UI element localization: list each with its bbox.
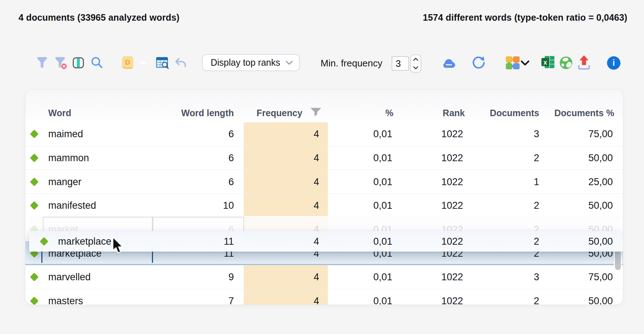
cell-word: marvelled (48, 272, 91, 283)
min-frequency-label: Min. frequency (321, 58, 383, 69)
filter-button[interactable] (36, 57, 48, 69)
cell-documents: 2 (534, 200, 539, 211)
web-export-icon (559, 56, 573, 70)
column-header-documents[interactable]: Documents (490, 108, 539, 118)
cell-documents: 3 (534, 272, 539, 283)
column-header-frequency[interactable]: Frequency (257, 108, 302, 118)
cell-percent: 0,01 (373, 296, 392, 305)
min-frequency-input[interactable] (392, 56, 409, 71)
table-row[interactable]: mammon 6 4 0,01 1022 2 50,00 (25, 146, 623, 170)
table-search-button[interactable] (156, 56, 169, 69)
table-row[interactable]: maimed 6 4 0,01 1022 3 75,00 (25, 122, 623, 146)
cell-word: masters (48, 296, 83, 305)
table-row[interactable]: manifested 10 4 0,01 1022 2 50,00 (25, 194, 623, 218)
column-header-word[interactable]: Word (48, 108, 71, 118)
cell-rank: 1022 (441, 272, 463, 283)
cell-word-length: 6 (228, 129, 234, 140)
cell-documents: 2 (534, 152, 539, 164)
cell-frequency: 4 (314, 272, 319, 283)
display-mode-dropdown[interactable]: Display top ranks (202, 54, 300, 71)
drag-gap-overlay (28, 216, 620, 233)
sort-descending-funnel-icon[interactable] (310, 107, 322, 117)
documents-summary: 4 documents (33965 analyzed words) (18, 12, 179, 23)
words-summary: 1574 different words (type-token ratio =… (423, 12, 627, 23)
clear-filter-button[interactable] (54, 57, 67, 70)
cell-documents-percent: 50,00 (588, 236, 613, 247)
chevron-up-icon (413, 58, 418, 61)
cell-percent: 0,01 (373, 176, 392, 187)
columns-button[interactable] (73, 57, 84, 69)
cell-documents-percent: 75,00 (588, 129, 613, 140)
cell-frequency: 4 (314, 152, 319, 164)
svg-text:D: D (125, 58, 130, 66)
columns-icon (73, 57, 84, 69)
word-marker-icon (30, 273, 38, 281)
column-header-documents-percent[interactable]: Documents % (554, 108, 614, 118)
cell-word: mammon (48, 152, 89, 164)
word-table-panel: Word Word length Frequency % Rank Docume… (25, 90, 623, 305)
word-marker-icon (30, 154, 38, 162)
table-row[interactable]: manger 6 4 0,01 1022 1 25,00 (25, 170, 623, 194)
cell-documents-percent: 25,00 (588, 176, 613, 187)
cell-documents-percent: 50,00 (588, 200, 613, 211)
stepper-down-button[interactable] (411, 64, 421, 72)
extensions-chevron-button[interactable] (521, 60, 529, 66)
column-header-percent[interactable]: % (385, 108, 393, 118)
cell-percent: 0,01 (373, 152, 392, 164)
cell-word-length: 7 (228, 296, 234, 305)
cell-word: maimed (48, 129, 83, 140)
cell-rank: 1022 (441, 176, 463, 187)
dictionary-button[interactable]: D (121, 56, 134, 69)
search-button[interactable] (91, 56, 103, 69)
table-row[interactable]: masters 7 4 0,01 1022 50,00 2 (25, 289, 623, 305)
chevron-down-icon (286, 61, 293, 65)
column-header-word-length[interactable]: Word length (181, 108, 234, 118)
cell-frequency: 4 (314, 236, 319, 247)
cell-frequency: 4 (314, 176, 319, 187)
undo-icon (175, 57, 187, 68)
cell-word-length: 6 (228, 176, 234, 187)
cell-rank: 1022 (441, 152, 463, 164)
cell-rank: 1022 (441, 129, 463, 140)
stepper-up-button[interactable] (411, 55, 421, 64)
word-marker-icon (30, 201, 38, 210)
extensions-icon (505, 56, 520, 69)
cell-frequency: 4 (314, 129, 319, 140)
excel-export-icon: x (541, 56, 555, 69)
cell-documents-percent: 75,00 (588, 272, 613, 283)
table-row[interactable]: marvelled 9 4 0,01 1022 3 75,00 (25, 265, 623, 289)
cell-rank: 1022 (441, 200, 463, 211)
display-mode-value: Display top ranks (211, 57, 280, 68)
table-body: maimed 6 4 0,01 1022 3 75,00 mammon 6 4 … (25, 122, 623, 305)
cell-word: manifested (48, 200, 96, 211)
cell-frequency: 4 (314, 200, 319, 211)
upload-button[interactable] (577, 55, 591, 70)
web-export-button[interactable] (559, 56, 573, 70)
dictionary-icon: D (121, 56, 134, 69)
excel-export-button[interactable]: x (541, 56, 555, 69)
extensions-button[interactable] (505, 56, 520, 69)
word-marker-icon (30, 130, 38, 138)
min-frequency-stepper (410, 54, 421, 73)
refresh-button[interactable] (472, 56, 485, 69)
cloud-button[interactable] (442, 58, 456, 69)
cell-word: manger (48, 176, 82, 187)
cell-word: marketplace (58, 236, 111, 247)
column-header-rank[interactable]: Rank (443, 108, 465, 118)
refresh-icon (472, 56, 485, 69)
cell-documents: 2 (534, 296, 539, 305)
cell-word-length: 11 (224, 236, 234, 247)
cell-word-length: 10 (223, 200, 234, 211)
cell-word-length: 9 (228, 272, 234, 283)
drag-gap-cell (43, 217, 153, 232)
cell-rank: 1022 (441, 296, 463, 305)
cell-documents-percent: 50,00 (588, 152, 613, 164)
drag-gap-cell (153, 217, 244, 232)
cell-word-length: 6 (228, 152, 234, 164)
cell-percent: 0,01 (373, 129, 392, 140)
cell-percent: 0,01 (373, 200, 392, 211)
info-button[interactable]: i (607, 56, 620, 70)
table-header: Word Word length Frequency % Rank Docume… (25, 90, 623, 122)
cloud-icon (442, 58, 456, 69)
undo-button[interactable] (175, 57, 187, 68)
